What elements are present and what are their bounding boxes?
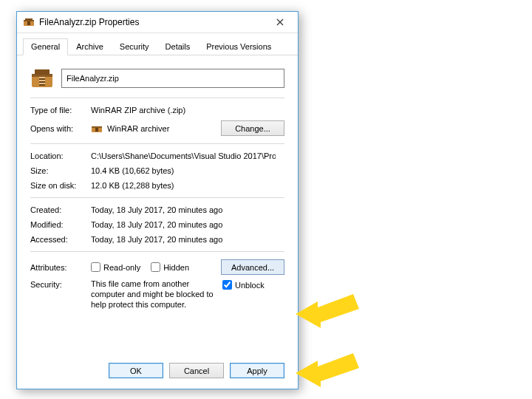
- created-value: Today, 18 July 2017, 20 minutes ago: [91, 205, 222, 214]
- svg-rect-6: [35, 69, 50, 75]
- svg-rect-9: [39, 80, 45, 81]
- modified-label: Modified:: [30, 220, 91, 229]
- accessed-label: Accessed:: [30, 235, 91, 244]
- tab-previous-versions[interactable]: Previous Versions: [198, 38, 279, 55]
- cancel-button[interactable]: Cancel: [169, 363, 224, 378]
- size-label: Size:: [30, 166, 91, 175]
- size-on-disk-label: Size on disk:: [30, 181, 91, 190]
- svg-rect-13: [95, 128, 98, 132]
- opens-with-label: Opens with:: [30, 124, 91, 133]
- readonly-checkbox[interactable]: Read-only: [91, 262, 140, 272]
- properties-dialog: FileAnalyzr.zip Properties General Archi…: [16, 11, 299, 389]
- size-value: 10.4 KB (10,662 bytes): [91, 166, 174, 175]
- close-button[interactable]: [264, 12, 296, 33]
- winrar-small-icon: [91, 123, 103, 134]
- dialog-buttons: OK Cancel Apply: [109, 363, 284, 378]
- type-label: Type of file:: [30, 106, 91, 115]
- advanced-button[interactable]: Advanced...: [221, 259, 284, 275]
- location-label: Location:: [30, 151, 91, 160]
- opens-with-value: WinRAR archiver: [107, 124, 221, 133]
- svg-rect-3: [27, 21, 30, 25]
- tab-details[interactable]: Details: [157, 38, 199, 55]
- unblock-text: Unblock: [235, 281, 265, 290]
- divider: [30, 98, 284, 98]
- divider: [30, 143, 284, 144]
- accessed-value: Today, 18 July 2017, 20 minutes ago: [91, 235, 222, 244]
- winrar-icon: [23, 16, 35, 28]
- svg-rect-2: [25, 18, 33, 21]
- tab-general[interactable]: General: [23, 38, 68, 55]
- titlebar: FileAnalyzr.zip Properties: [17, 12, 298, 33]
- security-message: This file came from another computer and…: [91, 279, 216, 310]
- svg-marker-14: [296, 294, 359, 328]
- svg-rect-8: [39, 77, 45, 78]
- dialog-body: Type of file: WinRAR ZIP archive (.zip) …: [17, 55, 298, 317]
- apply-button[interactable]: Apply: [230, 363, 284, 378]
- svg-rect-10: [39, 83, 45, 84]
- filename-input[interactable]: [61, 69, 284, 88]
- modified-value: Today, 18 July 2017, 20 minutes ago: [91, 220, 222, 229]
- location-value: C:\Users\Shane\Documents\Visual Studio 2…: [91, 151, 276, 160]
- window-title: FileAnalyzr.zip Properties: [39, 17, 264, 27]
- hidden-checkbox[interactable]: Hidden: [151, 262, 189, 272]
- change-button[interactable]: Change...: [221, 120, 284, 136]
- annotation-arrow-unblock: [296, 288, 362, 332]
- divider: [30, 251, 284, 252]
- file-type-icon: [30, 66, 54, 90]
- hidden-text: Hidden: [163, 263, 189, 272]
- security-label: Security:: [30, 279, 91, 289]
- tab-security[interactable]: Security: [112, 38, 157, 55]
- svg-marker-15: [296, 353, 359, 387]
- annotation-arrow-apply: [296, 347, 362, 392]
- created-label: Created:: [30, 205, 91, 214]
- tab-strip: General Archive Security Details Previou…: [17, 33, 298, 55]
- type-value: WinRAR ZIP archive (.zip): [91, 106, 185, 115]
- ok-button[interactable]: OK: [109, 363, 163, 378]
- attributes-label: Attributes:: [30, 263, 91, 272]
- size-on-disk-value: 12.0 KB (12,288 bytes): [91, 181, 174, 190]
- readonly-text: Read-only: [103, 263, 140, 272]
- tab-archive[interactable]: Archive: [68, 38, 112, 55]
- unblock-checkbox[interactable]: Unblock: [222, 280, 265, 290]
- svg-rect-12: [92, 126, 102, 128]
- divider: [30, 197, 284, 198]
